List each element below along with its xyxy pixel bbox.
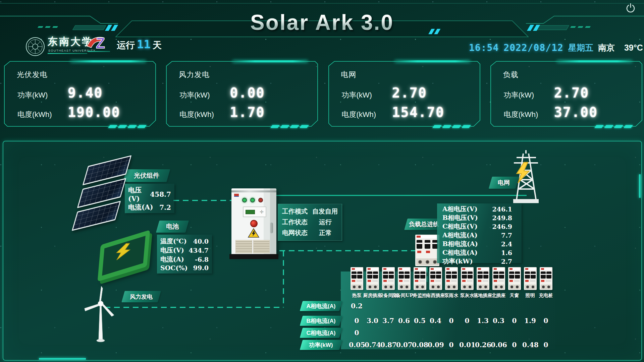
wind-tag: 风力发电: [123, 291, 159, 302]
load-value: 0.2: [349, 302, 365, 310]
metric-value: 154.70: [392, 105, 445, 120]
card-row: 电度(kWh) 1.70: [179, 105, 307, 120]
field-label: 电压(V): [128, 186, 150, 203]
field-value: 2.7: [481, 258, 517, 265]
metric-value: 0.00: [230, 85, 265, 101]
breaker-icon: [398, 267, 411, 290]
breaker-icon: [477, 267, 489, 290]
logo-underline: [48, 53, 87, 54]
load-value: [443, 329, 459, 337]
load-name: 泵灰水: [460, 293, 474, 299]
load-value: [412, 302, 428, 310]
load-value: 1.3: [475, 317, 491, 325]
field-label: C相电流(A): [442, 248, 478, 257]
status-label: 工作状态: [282, 218, 308, 227]
load-value: 0.07: [396, 341, 412, 349]
load-breaker-8: 落地插座: [475, 267, 491, 299]
card-slashes: [595, 125, 632, 128]
card-slashes: [433, 125, 470, 128]
field-value: 1.6: [481, 249, 517, 256]
load-name: 北插座: [492, 293, 506, 299]
metric-label: 电度(kWh): [179, 110, 230, 120]
load-breaker-5: 南西插座: [428, 267, 443, 299]
field-label: B相电流(A): [442, 240, 478, 248]
pv-voltage-row: 电压(V) 458.7: [128, 186, 171, 203]
card-accent: [395, 60, 470, 62]
status-value: 正常: [319, 229, 338, 237]
field-label: 电压(V): [160, 246, 184, 255]
load-value: [475, 329, 491, 337]
load-row-values: 0.050.740.870.070.080.0900.010.260.0600.…: [349, 341, 554, 349]
card-row: 功率(kW) 0.00: [179, 85, 307, 101]
main-breaker-icon: [415, 235, 439, 266]
inverter-cabinet-icon: ✛: [231, 188, 276, 255]
metric-label: 功率(kW): [179, 90, 230, 100]
load-row-values: 0: [349, 329, 554, 337]
load-value: 0.01: [459, 341, 475, 349]
card-wind-generation: 风力发电 功率(kW) 0.00 电度(kWh) 1.70: [166, 61, 317, 127]
load-value: [365, 302, 380, 310]
metric-label: 电度(kWh): [17, 110, 68, 120]
stat-cards: 光伏发电 功率(kW) 9.40 电度(kWh) 190.00 风力发电 功率(…: [4, 61, 641, 127]
metric-label: 功率(kW): [342, 90, 392, 100]
battery-temp-row: 温度(℃) 40.0: [160, 237, 209, 246]
load-value: [506, 302, 522, 310]
field-value: 7.2: [159, 203, 171, 212]
load-main-data-box: A相电压(V) 246.1 B相电压(V) 249.8 C相电压(V) 246.…: [437, 203, 522, 263]
seu-logo-icon: [25, 37, 45, 56]
load-value: [380, 302, 396, 310]
field-value: -6.8: [195, 256, 209, 263]
metric-value: 9.40: [68, 85, 103, 101]
status-row: 电网状态 正常: [282, 229, 338, 237]
card-pv-generation: 光伏发电 功率(kW) 9.40 电度(kWh) 190.00: [4, 61, 155, 127]
load-value: [491, 329, 506, 337]
breaker-icon: [445, 267, 458, 290]
clock-weather: 16:54 2022/08/12 星期五 南京 39°C: [469, 41, 637, 54]
date: 2022/08/12: [503, 42, 564, 53]
battery-soc-row: SOC(%) 99.0: [160, 264, 209, 272]
field-value: 458.7: [150, 190, 171, 198]
card-slashes: [271, 125, 308, 128]
load-value: [522, 302, 538, 310]
load-row-label: B相电流(A): [301, 316, 341, 326]
runtime-suffix: 天: [153, 40, 162, 50]
load-breaker-4: 外监控: [412, 267, 428, 299]
load-row-values: 03.03.70.60.50.4001.30.301.90: [349, 317, 554, 325]
load-value: 0.26: [475, 341, 491, 349]
load-value: 0.48: [522, 341, 538, 349]
battery-bolt-icon: [111, 242, 136, 261]
card-row: 电度(kWh) 190.00: [17, 105, 145, 120]
load-breaker-12: 充电桩: [538, 267, 554, 299]
load-value: 0: [443, 317, 459, 325]
field-value: 40.0: [193, 238, 209, 245]
load-value: [459, 329, 475, 337]
load-value: [475, 302, 491, 310]
field-label: A相电压(V): [442, 205, 477, 214]
weekday: 星期五: [568, 42, 593, 53]
field-label: 电流(A): [128, 203, 153, 212]
nz-logo-icon: Z: [86, 33, 113, 52]
power-button-icon[interactable]: [625, 3, 636, 13]
field-value: 99.0: [193, 264, 209, 272]
load-row-3: 功率(kW)0.050.740.870.070.080.0900.010.260…: [301, 339, 554, 351]
load-row-label: C相电流(A): [301, 328, 341, 338]
field-value: 249.8: [481, 214, 517, 222]
load-value: [443, 302, 459, 310]
breaker-row: 热泵厨房插座设备间顶设备间UPS外监控南西插座泵雨水泵灰水落地插座北插座天窗照明…: [349, 267, 554, 299]
field-value: 246.1: [481, 205, 517, 213]
logo-underline-2: [88, 51, 110, 52]
runtime-prefix: 运行: [117, 40, 135, 50]
load-breaker-0: 热泵: [349, 267, 365, 299]
load-value: 0.05: [349, 341, 365, 349]
load-name: 南西插座: [426, 293, 445, 299]
load-value: 0.87: [380, 341, 396, 349]
metric-value: 2.70: [392, 85, 427, 101]
metric-label: 电度(kWh): [342, 110, 392, 120]
load-value: 0: [506, 341, 522, 349]
load-name: 照明: [526, 293, 535, 299]
panel-edge-accent: [39, 358, 86, 360]
breaker-icon: [540, 267, 552, 290]
card-grid: 电网 功率(kW) 2.70 电度(kWh) 154.70: [328, 61, 479, 127]
warning-icon: [248, 228, 260, 238]
inverter-status-box: 工作模式 自发自用 工作状态 运行 电网状态 正常: [278, 204, 342, 241]
